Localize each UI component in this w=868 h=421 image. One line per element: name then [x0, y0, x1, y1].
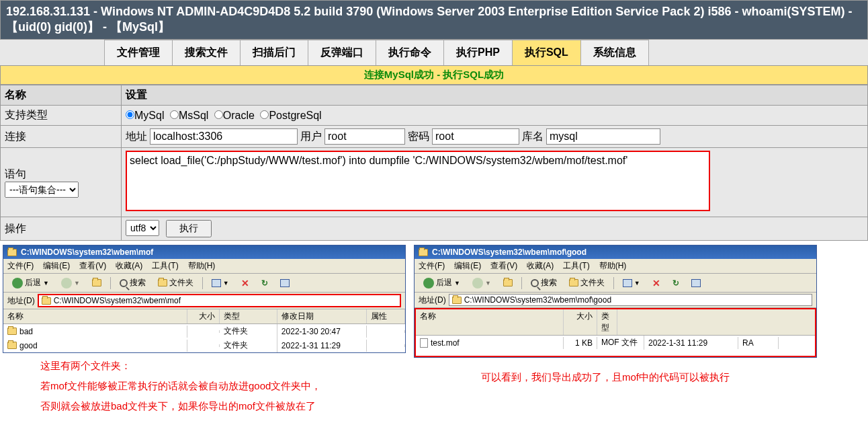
radio-mssql[interactable]: MsSql — [170, 110, 208, 121]
menu-fav[interactable]: 收藏(A) — [116, 260, 142, 272]
back-button[interactable]: 后退 ▼ — [7, 276, 54, 290]
menu-view[interactable]: 查看(V) — [79, 260, 106, 272]
col-name[interactable]: 名称 — [416, 309, 564, 335]
explorer-right-toolbar: 后退 ▼ ▼ 搜索 文件夹 ▼ ✕ — [415, 274, 816, 293]
stmt-select[interactable]: ---语句集合--- — [5, 182, 79, 198]
radio-mssql-input[interactable] — [170, 110, 179, 119]
folder-icon — [7, 328, 17, 335]
item-attr — [367, 344, 405, 347]
menu-edit[interactable]: 编辑(E) — [454, 260, 481, 272]
list-item[interactable]: bad 文件夹 2022-1-30 20:47 — [3, 324, 405, 338]
refresh-button[interactable]: ↻ — [668, 277, 684, 289]
menu-fav[interactable]: 收藏(A) — [527, 260, 554, 272]
tabs-row: 文件管理 搜索文件 扫描后门 反弹端口 执行命令 执行PHP 执行SQL 系统信… — [0, 40, 868, 66]
pass-input[interactable] — [432, 128, 519, 145]
explorer-left-toolbar: 后退 ▼ ▼ 搜索 文件夹 ▼ ✕ — [3, 274, 405, 293]
tab-file-mgr[interactable]: 文件管理 — [104, 40, 173, 65]
refresh-icon: ↻ — [672, 278, 679, 288]
tab-exec-cmd[interactable]: 执行命令 — [376, 40, 444, 65]
tab-exec-sql[interactable]: 执行SQL — [512, 40, 581, 65]
views-button[interactable]: ▼ — [618, 278, 645, 289]
list-item[interactable]: test.mof 1 KB MOF 文件 2022-1-31 11:29 RA — [416, 336, 815, 350]
pass-label: 密码 — [408, 130, 429, 144]
menu-tools[interactable]: 工具(T) — [563, 260, 589, 272]
stmt-label-text: 语句 — [5, 167, 117, 182]
radio-mysql-input[interactable] — [126, 110, 134, 119]
explorers-row: C:\WINDOWS\system32\wbem\mof 文件(F) 编辑(E)… — [0, 245, 868, 421]
tab-sysinfo[interactable]: 系统信息 — [580, 40, 649, 65]
annotation-line: 可以看到，我们导出成功了，且mof中的代码可以被执行 — [481, 367, 750, 387]
item-type: MOF 文件 — [597, 336, 644, 350]
col-type[interactable]: 类型 — [220, 309, 277, 323]
forward-button[interactable]: ▼ — [468, 276, 496, 290]
menu-edit[interactable]: 编辑(E) — [43, 260, 70, 272]
db-input[interactable] — [546, 128, 660, 145]
up-button[interactable] — [87, 278, 106, 288]
radio-oracle[interactable]: Oracle — [214, 110, 255, 121]
col-date[interactable]: 修改日期 — [277, 309, 367, 323]
col-size[interactable]: 大小 — [187, 309, 220, 323]
separator — [202, 277, 203, 289]
radio-oracle-label: Oracle — [223, 110, 255, 121]
tab-search-files[interactable]: 搜索文件 — [172, 40, 241, 65]
radio-postgresql-input[interactable] — [260, 110, 269, 119]
addr-input[interactable] — [150, 128, 298, 145]
item-size — [187, 330, 220, 333]
tab-scan-backdoor[interactable]: 扫描后门 — [240, 40, 308, 65]
props-button[interactable] — [275, 278, 294, 289]
charset-select[interactable]: utf8 — [126, 220, 159, 236]
tab-exec-php[interactable]: 执行PHP — [443, 40, 513, 65]
user-input[interactable] — [324, 128, 405, 145]
props-icon — [280, 279, 290, 287]
annotation-line: 否则就会被放进bad文件夹下，如果你导出的mof文件被放在了 — [40, 396, 368, 416]
search-button[interactable]: 搜索 — [115, 276, 150, 290]
addr-row-right: 地址(D) C:\WINDOWS\system32\wbem\mof\good — [415, 293, 816, 308]
grid-icon — [623, 279, 632, 287]
list-body-right: test.mof 1 KB MOF 文件 2022-1-31 11:29 RA — [416, 336, 815, 356]
back-button[interactable]: 后退 ▼ — [419, 276, 465, 290]
menu-file[interactable]: 文件(F) — [7, 260, 34, 272]
addr-input-left[interactable]: C:\WINDOWS\system32\wbem\mof — [38, 294, 401, 307]
item-type: 文件夹 — [220, 324, 277, 338]
menu-help[interactable]: 帮助(H) — [599, 260, 627, 272]
forward-button[interactable]: ▼ — [56, 276, 85, 290]
col-attr[interactable]: 属性 — [367, 309, 405, 323]
folders-label: 文件夹 — [580, 277, 605, 289]
delete-button[interactable]: ✕ — [648, 276, 665, 290]
radio-oracle-input[interactable] — [214, 110, 223, 119]
radio-postgresql[interactable]: PostgreSql — [260, 110, 321, 121]
exec-button[interactable]: 执行 — [166, 220, 212, 237]
folders-button[interactable]: 文件夹 — [153, 276, 198, 290]
up-button[interactable] — [498, 278, 517, 288]
addr-input-right[interactable]: C:\WINDOWS\system32\wbem\mof\good — [449, 294, 812, 306]
menu-tools[interactable]: 工具(T) — [152, 260, 178, 272]
views-button[interactable]: ▼ — [207, 278, 234, 289]
menu-view[interactable]: 查看(V) — [490, 260, 517, 272]
col-size[interactable]: 大小 — [564, 309, 597, 335]
col-name[interactable]: 名称 — [3, 309, 187, 323]
sql-textarea[interactable]: select load_file('C:/phpStudy/WWW/test.m… — [126, 151, 710, 211]
row-stmt-label: 语句 ---语句集合--- — [1, 148, 122, 217]
menu-file[interactable]: 文件(F) — [419, 260, 445, 272]
list-item[interactable]: good 文件夹 2022-1-31 11:29 — [3, 338, 405, 352]
props-button[interactable] — [687, 278, 705, 289]
menu-help[interactable]: 帮助(H) — [188, 260, 216, 272]
explorer-right-menu: 文件(F) 编辑(E) 查看(V) 收藏(A) 工具(T) 帮助(H) — [415, 259, 816, 274]
radio-mysql[interactable]: MySql — [126, 110, 164, 121]
col-type[interactable]: 类型 — [597, 309, 617, 335]
highlighted-list: 名称 大小 类型 test.mof 1 KB MOF 文件 2022-1-31 … — [415, 308, 816, 357]
grid-icon — [212, 279, 221, 287]
forward-icon — [61, 278, 72, 289]
folder-icon — [42, 297, 51, 305]
search-button[interactable]: 搜索 — [526, 276, 562, 290]
search-icon — [120, 279, 128, 287]
annotation-line: bad文件夹下，请仔细检查mof文件中的代码是否编写正确 — [40, 416, 368, 421]
refresh-button[interactable]: ↻ — [257, 277, 273, 289]
folders-button[interactable]: 文件夹 — [564, 276, 609, 290]
tab-reverse-port[interactable]: 反弹端口 — [308, 40, 376, 65]
db-type-radios: MySql MsSql Oracle PostgreSql — [126, 110, 863, 122]
delete-button[interactable]: ✕ — [236, 276, 254, 290]
back-icon — [12, 278, 23, 289]
folder-icon — [419, 249, 428, 256]
chevron-down-icon: ▼ — [485, 280, 491, 286]
